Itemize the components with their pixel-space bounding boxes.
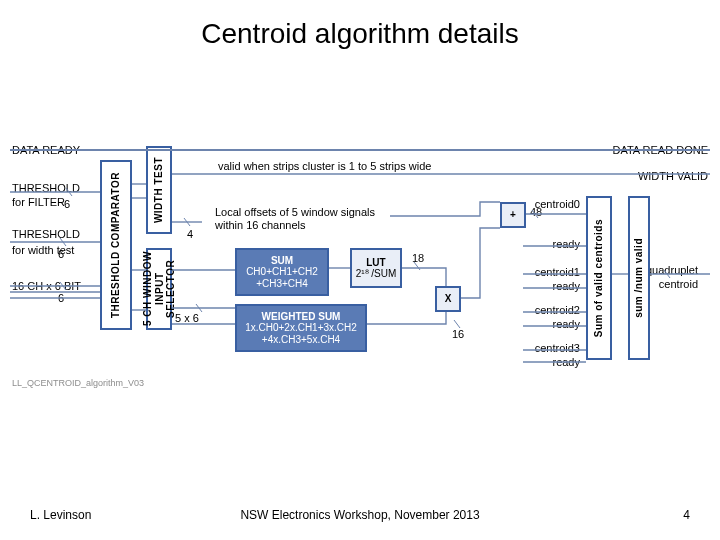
slide-title: Centroid algorithm details <box>0 18 720 50</box>
label-channels: 16 CH x 6 BIT <box>12 280 81 292</box>
footer-author: L. Levinson <box>30 508 91 522</box>
svg-line-15 <box>184 218 190 226</box>
block-sum-title: SUM <box>271 255 293 267</box>
w4: 4 <box>187 228 193 240</box>
block-input-selector: 5 CH WINDOWINPUT SELECTOR <box>146 248 172 330</box>
label-threshold-width: THRESHOLD <box>12 228 80 240</box>
label-threshold-filter: THRESHOLD <box>12 182 80 194</box>
label-centroid1: centroid1 <box>526 266 580 278</box>
block-width-test: WIDTH TEST <box>146 146 172 234</box>
footer-event: NSW Electronics Workshop, November 2013 <box>240 508 479 522</box>
block-add: + <box>500 202 526 228</box>
label-data-ready: DATA READY <box>12 144 80 156</box>
block-sum-div-label: sum /num valid <box>633 238 645 318</box>
label-valid-desc: valid when strips cluster is 1 to 5 stri… <box>218 160 431 172</box>
block-lut-title: LUT <box>366 257 385 269</box>
block-input-selector-label: 5 CH WINDOWINPUT SELECTOR <box>142 250 177 328</box>
label-centroid0: centroid0 <box>526 198 580 210</box>
w6-c: 6 <box>58 292 64 304</box>
label-ready3: ready <box>526 356 580 368</box>
block-diagram: DATA READY THRESHOLD for FILTER THRESHOL… <box>10 110 710 440</box>
block-mult: X <box>435 286 461 312</box>
label-centroid2: centroid2 <box>526 304 580 316</box>
block-wsum-title: WEIGHTED SUM <box>262 311 341 323</box>
label-quadruplet-b: centroid <box>659 278 698 290</box>
svg-line-22 <box>454 320 460 328</box>
block-threshold-comparator: THRESHOLD COMPARATOR <box>100 160 132 330</box>
block-threshold-comparator-label: THRESHOLD COMPARATOR <box>110 172 122 318</box>
label-quadruplet-a: quadruplet <box>646 264 698 276</box>
w6-a: 6 <box>64 198 70 210</box>
w18: 18 <box>412 252 424 264</box>
w16: 16 <box>452 328 464 340</box>
label-ready2: ready <box>526 318 580 330</box>
footer-page: 4 <box>683 508 690 522</box>
w6-b: 6 <box>58 248 64 260</box>
block-width-test-label: WIDTH TEST <box>153 157 165 223</box>
block-sum: SUM CH0+CH1+CH2 +CH3+CH4 <box>235 248 329 296</box>
svg-line-18 <box>196 304 202 312</box>
label-ready1: ready <box>526 280 580 292</box>
block-wsum-body: 1x.CH0+2x.CH1+3x.CH2 +4x.CH3+5x.CH4 <box>245 322 357 345</box>
block-lut-body: 2¹⁸ /SUM <box>356 268 397 280</box>
block-lut: LUT 2¹⁸ /SUM <box>350 248 402 288</box>
label-threshold-filter2: for FILTER <box>12 196 65 208</box>
label-width-valid: WIDTH VALID <box>638 170 708 182</box>
block-sum-body: CH0+CH1+CH2 +CH3+CH4 <box>246 266 318 289</box>
block-weighted-sum: WEIGHTED SUM 1x.CH0+2x.CH1+3x.CH2 +4x.CH… <box>235 304 367 352</box>
diagram-caption: LL_QCENTROID_algorithm_V03 <box>12 378 144 388</box>
block-sum-div: sum /num valid <box>628 196 650 360</box>
block-sum-valid-label: Sum of valid centroids <box>593 219 605 337</box>
block-sum-valid: Sum of valid centroids <box>586 196 612 360</box>
label-threshold-width2: for width test <box>12 244 74 256</box>
label-centroid3: centroid3 <box>526 342 580 354</box>
label-ready0: ready <box>526 238 580 250</box>
w5x6: 5 x 6 <box>175 312 199 324</box>
label-offsets: Local offsets of 5 window signalswithin … <box>215 206 375 231</box>
label-data-read-done: DATA READ DONE <box>612 144 708 156</box>
